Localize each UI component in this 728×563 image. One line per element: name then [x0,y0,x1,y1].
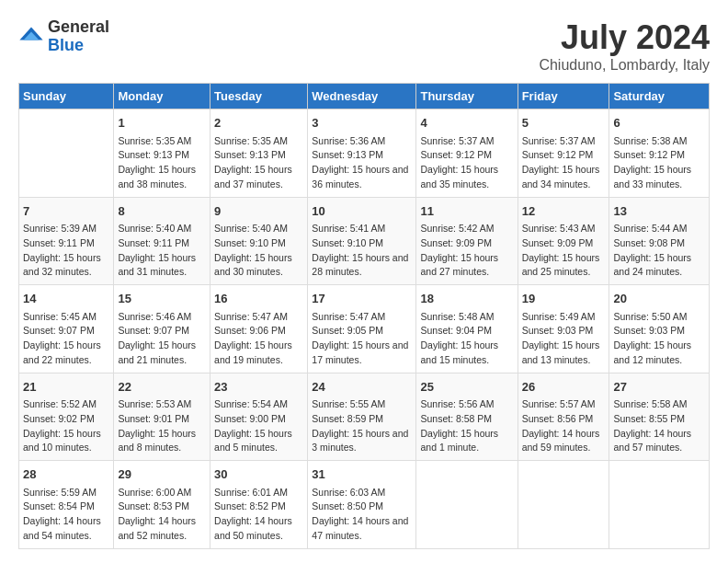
calendar-cell: 30Sunrise: 6:01 AMSunset: 8:52 PMDayligh… [210,461,308,549]
logo-text: General Blue [48,18,109,55]
day-info: Sunrise: 5:43 AMSunset: 9:09 PMDaylight:… [522,222,606,280]
title-block: July 2024 Chiuduno, Lombardy, Italy [539,18,710,74]
calendar-cell: 27Sunrise: 5:58 AMSunset: 8:55 PMDayligh… [609,373,710,461]
day-info: Sunrise: 5:52 AMSunset: 9:02 PMDaylight:… [23,397,109,455]
calendar-cell: 18Sunrise: 5:48 AMSunset: 9:04 PMDayligh… [416,285,518,373]
week-row-3: 14Sunrise: 5:45 AMSunset: 9:07 PMDayligh… [19,285,710,373]
date-number: 1 [118,114,206,132]
day-info: Sunrise: 5:49 AMSunset: 9:03 PMDaylight:… [522,310,606,368]
day-info: Sunrise: 5:42 AMSunset: 9:09 PMDaylight:… [420,222,513,280]
calendar-cell: 23Sunrise: 5:54 AMSunset: 9:00 PMDayligh… [210,373,308,461]
date-number: 19 [522,290,606,308]
date-number: 13 [613,202,705,221]
day-info: Sunrise: 5:54 AMSunset: 9:00 PMDaylight:… [214,397,303,455]
page-header: General Blue July 2024 Chiuduno, Lombard… [18,18,710,74]
date-number: 24 [312,378,412,396]
calendar-table: SundayMondayTuesdayWednesdayThursdayFrid… [18,83,710,549]
week-row-5: 28Sunrise: 5:59 AMSunset: 8:54 PMDayligh… [19,461,710,549]
day-info: Sunrise: 5:57 AMSunset: 8:56 PMDaylight:… [522,397,606,455]
day-info: Sunrise: 5:37 AMSunset: 9:12 PMDaylight:… [522,134,606,192]
calendar-cell: 12Sunrise: 5:43 AMSunset: 9:09 PMDayligh… [518,197,609,285]
calendar-cell [518,461,609,549]
calendar-cell: 24Sunrise: 5:55 AMSunset: 8:59 PMDayligh… [308,373,416,461]
calendar-cell: 14Sunrise: 5:45 AMSunset: 9:07 PMDayligh… [19,285,114,373]
header-day-wednesday: Wednesday [308,84,416,109]
header-day-saturday: Saturday [609,84,710,109]
date-number: 6 [613,114,705,132]
calendar-cell [416,461,518,549]
day-info: Sunrise: 5:47 AMSunset: 9:06 PMDaylight:… [214,310,303,368]
date-number: 23 [214,378,303,396]
calendar-cell: 8Sunrise: 5:40 AMSunset: 9:11 PMDaylight… [114,197,210,285]
calendar-cell: 1Sunrise: 5:35 AMSunset: 9:13 PMDaylight… [114,109,210,198]
calendar-cell: 19Sunrise: 5:49 AMSunset: 9:03 PMDayligh… [518,285,609,373]
calendar-cell: 15Sunrise: 5:46 AMSunset: 9:07 PMDayligh… [114,285,210,373]
date-number: 9 [214,202,303,221]
calendar-cell: 7Sunrise: 5:39 AMSunset: 9:11 PMDaylight… [19,197,114,285]
main-title: July 2024 [539,18,710,57]
date-number: 31 [312,465,412,484]
header-day-friday: Friday [518,84,609,109]
calendar-cell: 11Sunrise: 5:42 AMSunset: 9:09 PMDayligh… [416,197,518,285]
date-number: 12 [522,202,606,221]
date-number: 20 [613,290,705,308]
day-info: Sunrise: 5:38 AMSunset: 9:12 PMDaylight:… [613,134,705,192]
day-info: Sunrise: 5:58 AMSunset: 8:55 PMDaylight:… [613,397,705,455]
calendar-cell: 26Sunrise: 5:57 AMSunset: 8:56 PMDayligh… [518,373,609,461]
calendar-cell: 20Sunrise: 5:50 AMSunset: 9:03 PMDayligh… [609,285,710,373]
date-number: 17 [312,290,412,308]
day-info: Sunrise: 5:59 AMSunset: 8:54 PMDaylight:… [23,486,109,544]
subtitle: Chiuduno, Lombardy, Italy [539,57,710,74]
calendar-cell: 31Sunrise: 6:03 AMSunset: 8:50 PMDayligh… [308,461,416,549]
calendar-cell [609,461,710,549]
date-number: 18 [420,290,513,308]
header-day-tuesday: Tuesday [210,84,308,109]
day-info: Sunrise: 5:55 AMSunset: 8:59 PMDaylight:… [312,397,412,455]
calendar-cell: 3Sunrise: 5:36 AMSunset: 9:13 PMDaylight… [308,109,416,198]
day-info: Sunrise: 5:46 AMSunset: 9:07 PMDaylight:… [118,310,206,368]
day-info: Sunrise: 5:39 AMSunset: 9:11 PMDaylight:… [23,222,109,280]
date-number: 3 [312,114,412,132]
day-info: Sunrise: 5:35 AMSunset: 9:13 PMDaylight:… [214,134,303,192]
date-number: 27 [613,378,705,396]
week-row-4: 21Sunrise: 5:52 AMSunset: 9:02 PMDayligh… [19,373,710,461]
week-row-1: 1Sunrise: 5:35 AMSunset: 9:13 PMDaylight… [19,109,710,198]
day-info: Sunrise: 5:44 AMSunset: 9:08 PMDaylight:… [613,222,705,280]
calendar-cell: 5Sunrise: 5:37 AMSunset: 9:12 PMDaylight… [518,109,609,198]
day-info: Sunrise: 6:03 AMSunset: 8:50 PMDaylight:… [312,486,412,544]
header-day-thursday: Thursday [416,84,518,109]
date-number: 25 [420,378,513,396]
header-day-sunday: Sunday [19,84,114,109]
calendar-cell: 17Sunrise: 5:47 AMSunset: 9:05 PMDayligh… [308,285,416,373]
calendar-cell: 10Sunrise: 5:41 AMSunset: 9:10 PMDayligh… [308,197,416,285]
date-number: 26 [522,378,606,396]
calendar-cell: 6Sunrise: 5:38 AMSunset: 9:12 PMDaylight… [609,109,710,198]
logo-blue-text: Blue [48,37,109,55]
calendar-cell: 16Sunrise: 5:47 AMSunset: 9:06 PMDayligh… [210,285,308,373]
day-info: Sunrise: 5:41 AMSunset: 9:10 PMDaylight:… [312,222,412,280]
day-info: Sunrise: 5:36 AMSunset: 9:13 PMDaylight:… [312,134,412,192]
day-info: Sunrise: 5:40 AMSunset: 9:10 PMDaylight:… [214,222,303,280]
date-number: 29 [118,465,206,484]
day-info: Sunrise: 5:35 AMSunset: 9:13 PMDaylight:… [118,134,206,192]
header-day-monday: Monday [114,84,210,109]
day-info: Sunrise: 5:37 AMSunset: 9:12 PMDaylight:… [420,134,513,192]
date-number: 30 [214,465,303,484]
week-row-2: 7Sunrise: 5:39 AMSunset: 9:11 PMDaylight… [19,197,710,285]
calendar-cell: 13Sunrise: 5:44 AMSunset: 9:08 PMDayligh… [609,197,710,285]
day-info: Sunrise: 5:40 AMSunset: 9:11 PMDaylight:… [118,222,206,280]
date-number: 28 [23,465,109,484]
date-number: 7 [23,202,109,221]
calendar-cell: 25Sunrise: 5:56 AMSunset: 8:58 PMDayligh… [416,373,518,461]
day-info: Sunrise: 5:47 AMSunset: 9:05 PMDaylight:… [312,310,412,368]
logo-icon [18,24,44,50]
date-number: 15 [118,290,206,308]
calendar-cell: 21Sunrise: 5:52 AMSunset: 9:02 PMDayligh… [19,373,114,461]
day-info: Sunrise: 5:50 AMSunset: 9:03 PMDaylight:… [613,310,705,368]
calendar-cell [19,109,114,198]
date-number: 10 [312,202,412,221]
logo-general-text: General [48,18,109,37]
date-number: 21 [23,378,109,396]
date-number: 8 [118,202,206,221]
day-info: Sunrise: 5:53 AMSunset: 9:01 PMDaylight:… [118,397,206,455]
